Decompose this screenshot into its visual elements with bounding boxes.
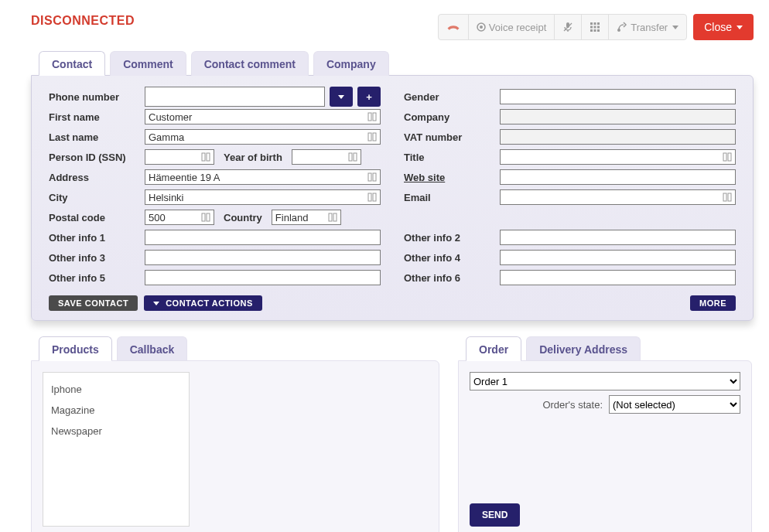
tab-callback[interactable]: Callback (117, 336, 188, 361)
svg-rect-20 (207, 153, 210, 161)
last-name-input[interactable]: Gamma (145, 129, 381, 145)
tab-contact[interactable]: Contact (39, 51, 105, 76)
svg-rect-8 (590, 26, 593, 29)
transfer-button[interactable]: Transfer (609, 15, 686, 39)
order-state-select[interactable]: (Not selected) (609, 395, 740, 414)
order-panel: Order 1 Order's state: (Not selected) SE… (458, 360, 752, 532)
tab-company[interactable]: Company (313, 51, 389, 76)
field-action-icon[interactable] (723, 152, 733, 162)
svg-rect-25 (368, 193, 371, 201)
label-phone-number: Phone number (49, 91, 140, 103)
caret-down-icon (672, 26, 678, 29)
svg-rect-10 (597, 26, 600, 29)
order-select[interactable]: Order 1 (470, 372, 740, 390)
dialpad-button[interactable] (582, 15, 609, 39)
close-button[interactable]: Close (693, 14, 754, 40)
phone-dropdown-button[interactable] (330, 87, 353, 107)
city-input[interactable]: Helsinki (145, 189, 381, 205)
field-action-icon[interactable] (367, 131, 378, 142)
phone-add-button[interactable]: + (357, 87, 381, 107)
field-action-icon[interactable] (201, 152, 212, 162)
phone-number-input[interactable] (145, 87, 325, 107)
label-other5: Other info 5 (49, 272, 140, 284)
svg-point-1 (480, 26, 483, 29)
field-action-icon[interactable] (328, 212, 339, 223)
call-status: DISCONNECTED (31, 14, 135, 28)
field-action-icon[interactable] (201, 212, 212, 223)
vat-input[interactable] (500, 129, 736, 145)
other6-input[interactable] (500, 270, 736, 285)
tab-comment[interactable]: Comment (110, 51, 186, 76)
contact-actions-button[interactable]: CONTACT ACTIONS (144, 295, 262, 311)
svg-rect-23 (368, 173, 371, 181)
mute-button[interactable] (555, 15, 582, 39)
other4-input[interactable] (500, 250, 736, 265)
products-panel: Iphone Magazine Newspaper (31, 360, 439, 532)
svg-rect-31 (723, 153, 726, 161)
email-input[interactable] (500, 189, 736, 205)
voice-receipt-button[interactable]: Voice receipt (469, 15, 555, 39)
field-action-icon[interactable] (367, 192, 378, 203)
label-other2: Other info 2 (404, 232, 495, 244)
svg-rect-21 (349, 153, 352, 161)
country-input[interactable]: Finland (272, 210, 341, 225)
first-name-input[interactable]: Customer (145, 109, 381, 124)
label-gender: Gender (404, 91, 495, 103)
product-item[interactable]: Newspaper (43, 421, 189, 442)
order-state-label: Order's state: (542, 399, 603, 411)
svg-rect-11 (590, 29, 593, 32)
person-id-input[interactable] (145, 149, 214, 165)
label-postal-code: Postal code (49, 212, 140, 223)
field-action-icon[interactable] (367, 111, 378, 122)
other1-input[interactable] (145, 230, 381, 245)
more-button[interactable]: MORE (690, 295, 736, 311)
field-action-icon[interactable] (348, 152, 359, 162)
svg-rect-24 (373, 173, 376, 181)
svg-rect-7 (597, 22, 600, 25)
tab-order[interactable]: Order (466, 336, 521, 361)
dialpad-icon (590, 22, 600, 32)
tab-contact-comment[interactable]: Contact comment (191, 51, 309, 76)
label-other1: Other info 1 (49, 232, 140, 244)
svg-rect-28 (207, 213, 210, 221)
svg-rect-13 (597, 29, 600, 32)
contact-actions-label: CONTACT ACTIONS (166, 298, 253, 308)
svg-rect-34 (728, 193, 731, 201)
call-toolbar: Voice receipt Transfer (438, 14, 687, 40)
products-tabstrip: Products Callback (31, 336, 439, 361)
save-contact-button[interactable]: SAVE CONTACT (49, 295, 138, 311)
plus-icon: + (366, 91, 372, 103)
svg-rect-33 (723, 193, 726, 201)
svg-rect-6 (594, 22, 596, 25)
field-action-icon[interactable] (367, 172, 378, 182)
tab-products[interactable]: Products (39, 336, 112, 361)
other5-input[interactable] (145, 270, 381, 285)
label-other3: Other info 3 (49, 252, 140, 264)
address-input[interactable]: Hämeentie 19 A (145, 169, 381, 185)
website-input[interactable] (500, 169, 736, 185)
label-title: Title (404, 152, 495, 163)
title-input[interactable] (500, 149, 736, 165)
contact-panel: Phone number + First name Customer Last … (31, 75, 754, 321)
product-item[interactable]: Iphone (43, 379, 189, 400)
label-company: Company (404, 111, 495, 123)
svg-rect-22 (354, 153, 357, 161)
send-button[interactable]: SEND (470, 503, 520, 527)
product-list[interactable]: Iphone Magazine Newspaper (43, 372, 190, 527)
company-input[interactable] (500, 109, 736, 124)
label-website[interactable]: Web site (404, 172, 495, 183)
label-email: Email (404, 192, 495, 203)
year-of-birth-input[interactable] (292, 149, 361, 165)
field-action-icon[interactable] (723, 192, 733, 203)
caret-down-icon (153, 302, 159, 305)
other2-input[interactable] (500, 230, 736, 245)
gender-input[interactable] (500, 89, 736, 104)
tab-delivery-address[interactable]: Delivery Address (526, 336, 641, 361)
contact-tabstrip: Contact Comment Contact comment Company (31, 51, 754, 76)
product-item[interactable]: Magazine (43, 400, 189, 421)
mic-off-icon (562, 22, 573, 32)
hangup-button[interactable] (439, 15, 469, 39)
svg-rect-12 (594, 29, 596, 32)
other3-input[interactable] (145, 250, 381, 265)
postal-code-input[interactable]: 500 (145, 210, 214, 225)
